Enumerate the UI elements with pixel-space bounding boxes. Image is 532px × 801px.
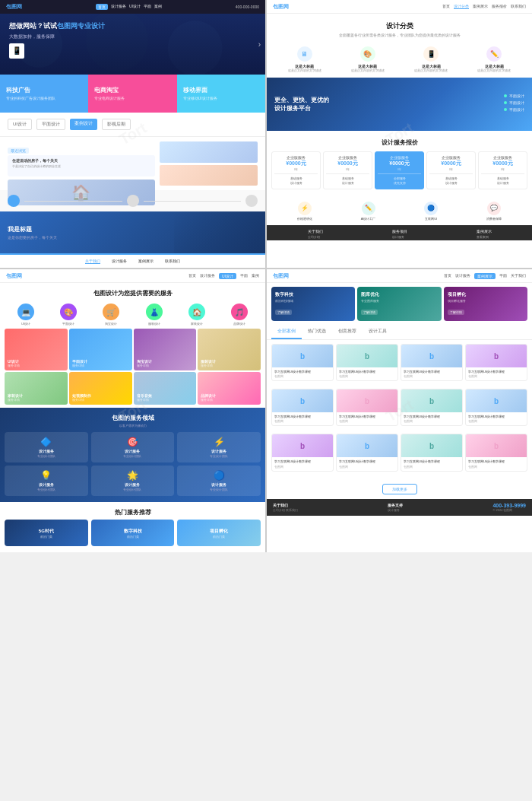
p3-svc-flat[interactable]: 🎨 平面设计	[60, 304, 77, 326]
p4-item-11[interactable]: b 学习互联网UI设计教学课程 包图网	[401, 434, 463, 471]
p4-item-8[interactable]: b 学习互联网UI设计教学课程 包图网	[465, 389, 527, 426]
p2-logo[interactable]: 包图网	[273, 3, 289, 11]
p4-load-more-button[interactable]: 加载更多	[382, 484, 417, 494]
p3-nav-case[interactable]: 案例	[252, 273, 259, 279]
p3-svc-brand[interactable]: 🎵 品牌设计	[231, 304, 248, 326]
p4-logo[interactable]: 包图网	[273, 272, 289, 280]
p2-svc-4[interactable]: 💬 消费者保障	[486, 202, 502, 221]
p3-srv-item-5[interactable]: 🌟 设计服务 专业设计团队	[91, 466, 175, 496]
p3-srv-item-6[interactable]: 🔵 设计服务 专业设计团队	[177, 466, 261, 496]
p2-nav-price[interactable]: 服务报价	[492, 4, 507, 9]
p3-cc-home-deco[interactable]: 家装设计 服务详情	[5, 372, 68, 405]
p3-hot-card-digital[interactable]: 数字科技 前沿门类	[91, 520, 175, 546]
p3-cc-music[interactable]: 音乐音效 服务详情	[134, 372, 197, 405]
p2-price-card-3[interactable]: 企业版服务 ¥0000元 /年 全部服务 优先支持	[375, 151, 424, 189]
p3-cc-flat-sub: 服务详情	[72, 364, 87, 367]
p4-nav-case[interactable]: 案例展示	[474, 273, 496, 279]
p3-svc-ico-label-home: 家装设计	[188, 322, 205, 326]
p4-tab-tools[interactable]: 设计工具	[363, 325, 393, 339]
p4-nav-flat[interactable]: 平面	[499, 273, 507, 279]
p4-item-1[interactable]: b 学习互联网UI设计教学课程 包图网	[271, 344, 334, 381]
p2-nav-home[interactable]: 首页	[442, 4, 450, 9]
p4-banner-optimize[interactable]: 图库优化 专业图库服务 了解详情	[357, 287, 441, 321]
p3-srv-item-4[interactable]: 💡 设计服务 专业设计团队	[5, 466, 88, 496]
p2-cat-2[interactable]: 🎨 这是大标题 这是正文内容的文字描述	[336, 46, 399, 73]
p3-nav-flat[interactable]: 平面	[240, 273, 248, 279]
p1-bottom-text: 我是标题 这是你想要的房子，每个关天	[8, 225, 57, 240]
p1-tab-ui[interactable]: UI设计	[8, 119, 32, 130]
p3-nav-ui[interactable]: UI设计	[219, 273, 236, 279]
p1-nav-link-design[interactable]: 设计服务	[111, 4, 126, 10]
p3-cc-ui[interactable]: UI设计 服务详情	[5, 329, 68, 370]
p4-nav-about[interactable]: 关于我们	[511, 273, 526, 279]
p3-cc-taobao[interactable]: 淘宝设计 服务详情	[134, 329, 197, 370]
p2-nav-case[interactable]: 案例展示	[473, 4, 488, 9]
p1-footer-about[interactable]: 关于我们	[85, 259, 100, 264]
p4-tab-all[interactable]: 全部案例	[271, 325, 302, 339]
p2-price-card-1[interactable]: 企业版服务 ¥0000元 /年 基础服务 设计服务	[271, 151, 321, 189]
p3-nav-design[interactable]: 设计服务	[200, 273, 215, 279]
p2-svc-3[interactable]: 🔵 互联网UI	[424, 202, 438, 221]
p4-item-5[interactable]: b 学习互联网UI设计教学课程 包图网	[271, 389, 334, 426]
p3-srv-item-3[interactable]: ⚡ 设计服务 专业设计团队	[177, 432, 261, 462]
p1-card-ecom[interactable]: 电商淘宝 专业电商设计服务	[88, 75, 176, 113]
p4-item-6[interactable]: b 学习互联网UI设计教学课程 包图网	[336, 389, 398, 426]
p1-nav-link-flat[interactable]: 平面	[144, 4, 151, 10]
p3-hot-card-incubate[interactable]: 项目孵化 前沿门类	[177, 520, 261, 546]
p2-svc-2[interactable]: ✏️ AI设计工厂	[361, 202, 376, 221]
p3-hot-card-5g[interactable]: 5G时代 前沿门类	[5, 520, 88, 546]
p1-footer-contact[interactable]: 联系我们	[165, 259, 180, 264]
p1-card-tech[interactable]: 科技广告 专业的科技广告设计服务团队	[0, 75, 88, 113]
p4-item-7[interactable]: b 学习互联网UI设计教学课程 包图网	[401, 389, 463, 426]
p2-cat-3[interactable]: 📱 这是大标题 这是正文内容的文字描述	[400, 46, 463, 73]
p3-cc-video[interactable]: 短视频制作 服务详情	[69, 372, 132, 405]
p2-nav-design[interactable]: 设计分类	[454, 4, 469, 9]
p4-nav-home[interactable]: 首页	[444, 273, 451, 279]
p3-nav-home[interactable]: 首页	[188, 273, 196, 279]
p4-banner-digital[interactable]: 数字科技 前沿科技领域 了解详情	[271, 287, 355, 321]
p2-price-card-4[interactable]: 企业版服务 ¥0000元 /年 基础服务 设计服务	[426, 151, 476, 189]
p3-cc-music-sub: 服务详情	[137, 398, 152, 402]
p2-svc-1[interactable]: ⚡ 价格透明化	[297, 202, 312, 221]
p1-showcase-side-1	[160, 141, 258, 163]
p4-nav-design[interactable]: 设计服务	[455, 273, 470, 279]
p1-hero-arrow[interactable]: ›	[258, 40, 261, 49]
p3-cc-fashion[interactable]: 服装设计 服务详情	[198, 329, 261, 370]
p1-nav-link-ui[interactable]: UI设计	[129, 4, 141, 10]
p4-tab-creative[interactable]: 创意推荐	[332, 325, 363, 339]
p3-srv-item-1[interactable]: 🔷 设计服务 专业设计团队	[5, 432, 88, 462]
p3-cc-brand-design[interactable]: 品牌设计 服务详情	[198, 372, 261, 405]
p2-price-card-5[interactable]: 企业版服务 ¥0000元 /年 基础服务 设计服务	[478, 151, 527, 189]
p1-footer-service[interactable]: 设计服务	[112, 259, 127, 264]
p1-tab-flat[interactable]: 平面设计	[36, 119, 65, 130]
p4-tab-hot[interactable]: 热门优选	[302, 325, 332, 339]
p1-card-mobile[interactable]: 移动界面 专业移动UI设计服务	[177, 75, 265, 113]
p2-nav-contact[interactable]: 联系我们	[511, 4, 526, 9]
p1-tab-case[interactable]: 案例设计	[70, 119, 97, 130]
p1-nav-link-case[interactable]: 案例	[154, 4, 162, 10]
p4-item-9[interactable]: b 学习互联网UI设计教学课程 包图网	[271, 434, 334, 471]
p1-tab-video[interactable]: 影视后期	[102, 119, 131, 130]
p2-price-card-2[interactable]: 企业版服务 ¥0000元 /年 基础服务 设计服务	[323, 151, 372, 189]
p3-logo[interactable]: 包图网	[6, 272, 22, 280]
p2-cat-4[interactable]: ✏️ 这是大标题 这是正文内容的文字描述	[463, 46, 526, 73]
p3-svc-fashion[interactable]: 👗 服装设计	[146, 304, 163, 326]
p4-item-2[interactable]: b 学习互联网UI设计教学课程 包图网	[336, 344, 398, 381]
p2-cat-1[interactable]: 🖥 这是大标题 这是正文内容的文字描述	[273, 46, 336, 73]
p4-item-12[interactable]: b 学习互联网UI设计教学课程 包图网	[465, 434, 527, 471]
p4-item-3[interactable]: b 学习互联网UI设计教学课程 包图网	[401, 344, 463, 381]
p1-nav-link-home[interactable]: 首页	[96, 4, 108, 10]
p3-srv-icon-4: 💡	[8, 470, 85, 481]
p3-svc-home[interactable]: 🏠 家装设计	[188, 304, 205, 326]
p1-footer-case[interactable]: 案例展示	[138, 259, 154, 264]
p3-svc-taobao[interactable]: 🛒 淘宝设计	[103, 304, 119, 326]
p3-cc-flat[interactable]: 平面设计 服务详情	[69, 329, 132, 370]
p4-item-4[interactable]: b 学习互联网UI设计教学课程 包图网	[465, 344, 527, 381]
p3-srv-item-2[interactable]: 🎯 设计服务 专业设计团队	[91, 432, 175, 462]
p4-item-10[interactable]: b 学习互联网UI设计教学课程 包图网	[336, 434, 398, 471]
p3-intro-title: 包图设计为您提供需要的服务	[5, 289, 261, 297]
p1-logo[interactable]: 包图网	[6, 3, 22, 11]
p3-svc-ui[interactable]: 💻 UI设计	[17, 304, 34, 326]
p1-card-tech-title: 科技广告	[6, 86, 82, 94]
p4-banner-incubate[interactable]: 项目孵化 项目孵化服务 了解详情	[444, 287, 527, 321]
